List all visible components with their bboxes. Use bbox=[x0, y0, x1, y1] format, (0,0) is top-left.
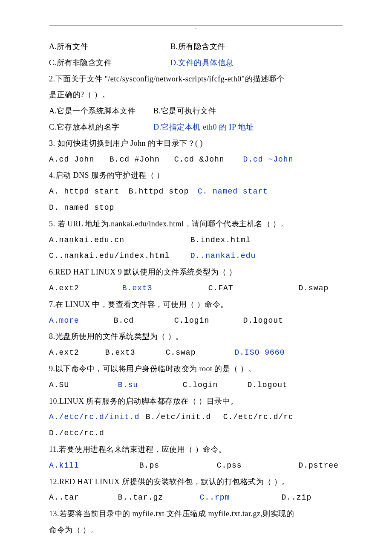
q4-option-a: A. httpd start bbox=[49, 184, 124, 200]
q1-row2: C.所有非隐含文件 D.文件的具体信息 bbox=[49, 55, 343, 71]
q4-options: A. httpd start B.httpd stop C. named sta… bbox=[49, 184, 343, 216]
q7-stem: 7.在 LINUX 中，要查看文件容，可使用（ ）命令。 bbox=[49, 297, 343, 313]
q8-option-c: C.swap bbox=[166, 345, 230, 361]
q1-option-a: A.所有文件 bbox=[49, 39, 168, 55]
q8-option-b: B.ext3 bbox=[105, 345, 161, 361]
q11-option-a: A.kill bbox=[49, 458, 134, 474]
q1-option-c: C.所有非隐含文件 bbox=[49, 55, 168, 71]
q6-option-d: D.swap bbox=[298, 280, 329, 297]
q8-options: A.ext2 B.ext3 C.swap D.ISO 9660 bbox=[49, 345, 343, 361]
q10-option-a: A./etc/rc.d/init.d bbox=[49, 409, 141, 425]
q8-option-d: D.ISO 9660 bbox=[234, 345, 285, 361]
q2-option-b: B.它是可执行文件 bbox=[153, 103, 216, 119]
q9-option-d: D.logout bbox=[247, 377, 287, 393]
q12-option-c: C..rpm bbox=[200, 490, 277, 506]
q10-stem: 10.LINUX 所有服务的启动脚本都存放在（ ）目录中。 bbox=[49, 393, 343, 410]
q1-row1: A.所有文件 B.所有隐含文件 bbox=[49, 39, 343, 55]
q1-option-d: D.文件的具体信息 bbox=[170, 55, 233, 71]
q12-option-b: B..tar.gz bbox=[118, 490, 195, 506]
q7-option-d: D.logout bbox=[243, 313, 283, 329]
q6-option-a: A.ext2 bbox=[49, 280, 117, 297]
q13-stem-line1: 13.若要将当前目录中的 myfile.txt 文件压缩成 myfile.txt… bbox=[49, 506, 343, 522]
q3-options: A.cd John B.cd #John C.cd &John D.cd ~Jo… bbox=[49, 152, 343, 168]
q10-option-b: B./etc/init.d bbox=[146, 409, 218, 425]
q4-option-c: C. named start bbox=[198, 184, 279, 200]
q12-options: A..tar B..tar.gz C..rpm D..zip bbox=[49, 490, 343, 506]
q3-option-b: B.cd #John bbox=[110, 152, 169, 168]
q6-option-b: B.ext3 bbox=[122, 280, 203, 297]
header-rule: . bbox=[49, 26, 343, 26]
q6-options: A.ext2 B.ext3 C.FAT D.swap bbox=[49, 280, 343, 297]
q7-option-c: C.login bbox=[174, 313, 238, 329]
q9-option-b: B.su bbox=[118, 377, 178, 393]
q10-option-c: C./etc/rc.d/rc bbox=[223, 409, 298, 425]
q2-row1: A.它是一个系统脚本文件 B.它是可执行文件 bbox=[49, 103, 343, 119]
q11-option-d: D.pstree bbox=[298, 458, 338, 474]
q3-option-c: C.cd &John bbox=[174, 152, 238, 168]
q5-row2: C..nankai.edu/index.html D..nankai.edu bbox=[49, 248, 343, 264]
q5-option-b: B.index.html bbox=[190, 232, 251, 249]
q13-stem-line2: 命令为（ ）。 bbox=[49, 522, 343, 538]
q12-stem: 12.RED HAT LINUX 所提供的安装软件包，默认的打包格式为（ ）。 bbox=[49, 474, 343, 490]
q5-option-d: D..nankai.edu bbox=[190, 248, 256, 264]
q5-stem-text: 5. 若 URL 地址为.nankai.edu/index.html，请问哪个代… bbox=[49, 220, 288, 228]
q9-options: A.SU B.su C.login D.logout bbox=[49, 377, 343, 393]
q5-option-c: C..nankai.edu/index.html bbox=[49, 248, 185, 264]
q9-option-a: A.SU bbox=[49, 377, 113, 393]
q3-stem: 3. 如何快速切换到用户 John 的主目录下？( ) bbox=[49, 136, 343, 152]
q7-option-b: B.cd bbox=[114, 313, 169, 329]
q2-option-c: C.它存放本机的名字 bbox=[49, 119, 151, 136]
q4-option-d: D. named stop bbox=[49, 200, 114, 216]
q3-option-a: A.cd John bbox=[49, 152, 104, 168]
q11-option-b: B.ps bbox=[139, 458, 212, 474]
q4-stem: 4.启动 DNS 服务的守护进程（ ） bbox=[49, 168, 343, 184]
q4-option-b: B.httpd stop bbox=[129, 184, 193, 200]
document-page: . A.所有文件 B.所有隐含文件 C.所有非隐含文件 D.文件的具体信息 2.… bbox=[0, 0, 392, 555]
q2-row2: C.它存放本机的名字 D.它指定本机 eth0 的 IP 地址 bbox=[49, 119, 343, 136]
q12-option-d: D..zip bbox=[281, 490, 311, 506]
q9-stem: 9.以下命令中，可以将用户身份临时改变为 root 的是（ ）。 bbox=[49, 361, 343, 377]
q8-stem: 8.光盘所使用的文件系统类型为（ ）。 bbox=[49, 329, 343, 345]
q5-stem: 5. 若 URL 地址为.nankai.edu/index.html，请问哪个代… bbox=[49, 216, 343, 232]
q2-stem-line2: 是正确的?（ ）。 bbox=[49, 87, 343, 103]
q9-option-c: C.login bbox=[183, 377, 242, 393]
header-dot: . bbox=[195, 21, 197, 33]
q12-option-a: A..tar bbox=[49, 490, 113, 506]
q6-stem: 6.RED HAT LINUX 9 默认使用的文件系统类型为（ ） bbox=[49, 264, 343, 280]
q5-option-a: A.nankai.edu.cn bbox=[49, 232, 185, 249]
q2-option-a: A.它是一个系统脚本文件 bbox=[49, 103, 151, 119]
q7-option-a: A.more bbox=[49, 313, 109, 329]
q2-option-d: D.它指定本机 eth0 的 IP 地址 bbox=[153, 119, 254, 136]
q11-option-c: C.pss bbox=[217, 458, 294, 474]
q6-option-c: C.FAT bbox=[208, 280, 294, 297]
q1-option-b: B.所有隐含文件 bbox=[170, 39, 225, 55]
q10-option-d: D./etc/rc.d bbox=[49, 425, 104, 442]
q10-options: A./etc/rc.d/init.d B./etc/init.d C./etc/… bbox=[49, 409, 343, 442]
q11-stem: 11.若要使用进程名来结束进程，应使用（ ）命令。 bbox=[49, 442, 343, 458]
q7-options: A.more B.cd C.login D.logout bbox=[49, 313, 343, 329]
q8-option-a: A.ext2 bbox=[49, 345, 100, 361]
q2-stem-line1: 2.下面关于文件 "/etc/sysconfig/network-scripts… bbox=[49, 71, 343, 87]
q3-option-d: D.cd ~John bbox=[243, 152, 293, 168]
q5-row1: A.nankai.edu.cn B.index.html bbox=[49, 232, 343, 249]
q11-options: A.kill B.ps C.pss D.pstree bbox=[49, 458, 343, 474]
